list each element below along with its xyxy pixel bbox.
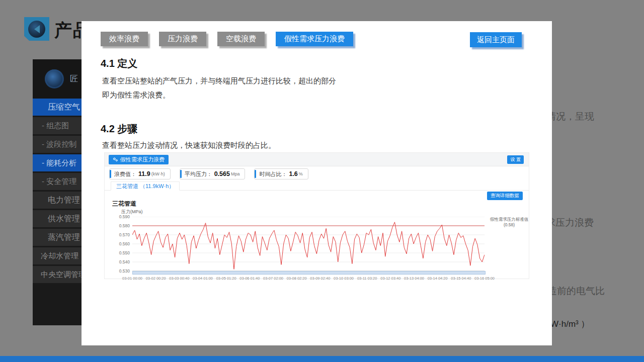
- settings-button[interactable]: 设 置: [507, 155, 524, 164]
- pipe-tab[interactable]: 三花管道 （11.9kW·h）: [111, 182, 180, 191]
- gears-icon: [113, 157, 118, 162]
- dashboard-header: 假性需求压力浪费 设 置: [105, 153, 529, 166]
- bottom-accent-bar: [0, 356, 644, 362]
- back-circle-icon: [28, 21, 45, 38]
- stats-row: 浪费值： 11.9 (kW·h) 平均压力： 0.565 Mpa 时间占比： 1…: [109, 168, 308, 179]
- y-tick-label: 0.590: [105, 214, 130, 219]
- y-tick-label: 0.540: [105, 259, 130, 264]
- tab-active[interactable]: 假性需求压力浪费: [276, 32, 353, 46]
- y-tick-label: 0.580: [105, 223, 130, 228]
- module-title: 假性需求压力浪费: [120, 156, 165, 163]
- stat-accent-bar: [180, 170, 182, 178]
- y-tick-label: 0.530: [105, 268, 130, 274]
- stat-accent-bar: [110, 170, 111, 178]
- steps-body: 查看整站压力波动情况，快速获知浪费时段的占比。: [102, 138, 276, 152]
- section-heading-definition: 4.1 定义: [101, 57, 137, 70]
- definition-line: 查看空压站整站的产气压力，并与终端用气压力进行比较，超出的部分: [102, 74, 336, 88]
- steps-line: 查看整站压力波动情况，快速获知浪费时段的占比。: [102, 138, 276, 152]
- company-logo-icon: [45, 69, 64, 88]
- waste-type-tabs: 效率浪费压力浪费空载浪费假性需求压力浪费: [101, 32, 353, 46]
- definition-body: 查看空压站整站的产气压力，并与终端用气压力进行比较，超出的部分 即为假性需求浪费…: [102, 74, 336, 102]
- bg-text-fragment: 情况，呈现: [546, 110, 594, 123]
- chart-title: 三花管道: [112, 200, 136, 208]
- back-triangle-icon: [34, 25, 40, 33]
- product-logo-badge: [24, 17, 49, 41]
- dashboard-screenshot: 假性需求压力浪费 设 置 浪费值： 11.9 (kW·h) 平均压力： 0.56…: [104, 152, 529, 279]
- stat-average-pressure: 平均压力： 0.565 Mpa: [180, 168, 246, 179]
- stat-accent-bar: [255, 170, 256, 178]
- back-to-main-button[interactable]: 返回主页面: [470, 32, 522, 47]
- sidebar-brand: 匠: [70, 74, 78, 84]
- bg-text-fragment: 造前的电气比: [547, 285, 605, 298]
- x-tick-label: 03-16 05:00: [469, 276, 500, 281]
- y-tick-label: 0.570: [105, 232, 130, 237]
- datazoom-slider[interactable]: [132, 271, 486, 275]
- stat-time-ratio: 时间占比： 1.6 %: [254, 168, 308, 179]
- definition-line: 即为假性需求浪费。: [102, 88, 336, 102]
- tab-inactive[interactable]: 空载浪费: [217, 32, 265, 46]
- tab-inactive[interactable]: 效率浪费: [101, 32, 148, 46]
- query-detail-button[interactable]: 查询详细数据: [487, 192, 523, 200]
- stat-waste-value: 浪费值： 11.9 (kW·h): [109, 168, 171, 179]
- section-heading-steps: 4.2 步骤: [101, 122, 137, 136]
- pipe-tab-row: 三花管道 （11.9kW·h）: [105, 182, 529, 191]
- manual-overlay: 效率浪费压力浪费空载浪费假性需求压力浪费 返回主页面 4.1 定义 查看空压站整…: [82, 21, 552, 345]
- pressure-line-chart: [132, 217, 485, 271]
- tab-inactive[interactable]: 压力浪费: [159, 32, 206, 46]
- bg-text-fragment: W·h/m³ ）: [550, 318, 589, 330]
- y-tick-label: 0.550: [105, 250, 130, 255]
- y-tick-label: 0.560: [105, 241, 130, 246]
- threshold-annotation: 假性需求压力标准值 (0.58): [486, 217, 532, 228]
- module-badge[interactable]: 假性需求压力浪费: [109, 155, 169, 164]
- chart-x-ticks: 03-01 00:0003-02 00:2003-03 00:4003-04 0…: [132, 276, 485, 281]
